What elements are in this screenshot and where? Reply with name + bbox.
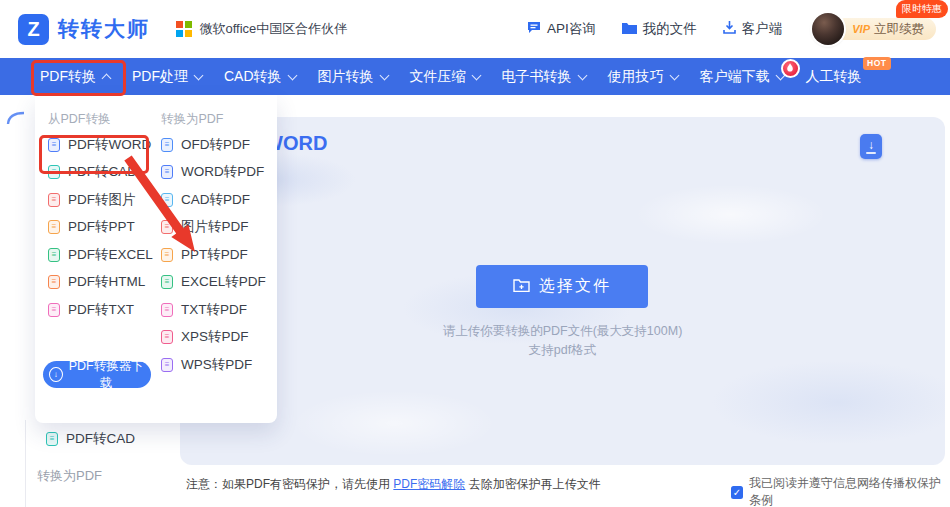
menu-label: XPS转PDF	[181, 328, 249, 346]
download-file-icon[interactable]: ↓	[860, 134, 882, 159]
menu-item-pdf-to-excel[interactable]: PDF转EXCEL	[48, 241, 153, 269]
brand-name[interactable]: 转转大师	[58, 15, 150, 43]
underline-bar	[866, 152, 876, 154]
pdf-password-remove-link[interactable]: PDF密码解除	[393, 477, 465, 491]
menu-item-pdf-to-word[interactable]: PDF转WORD	[48, 131, 153, 159]
api-consult-link[interactable]: API咨询	[527, 20, 596, 38]
partner-text: 微软office中国区合作伙伴	[200, 20, 348, 38]
menu-item-pdf-to-ppt[interactable]: PDF转PPT	[48, 214, 153, 242]
select-file-button[interactable]: 选择文件	[476, 265, 648, 308]
menu-item-pdf-to-cad[interactable]: PDF转CAD	[48, 159, 153, 187]
menu-item-word-to-pdf[interactable]: WORD转PDF	[161, 159, 271, 187]
excel-doc-icon	[48, 248, 60, 262]
user-avatar[interactable]	[812, 13, 844, 45]
cad-doc-icon	[161, 193, 173, 207]
vip-renew-button[interactable]: VIP 立即续费 限时特惠	[834, 18, 936, 40]
nav-client-download[interactable]: 客户端下载	[700, 68, 784, 86]
main-nav: PDF转换 PDF处理 CAD转换 图片转换 文件压缩 电子书转换 使用技巧	[0, 58, 950, 95]
vip-icon: VIP	[852, 23, 870, 35]
sidebar-divider	[25, 420, 26, 507]
sidebar-section-header: 转换为PDF	[37, 467, 102, 485]
menu-item-pdf-to-html[interactable]: PDF转HTML	[48, 269, 153, 297]
chevron-down-icon	[471, 70, 481, 80]
menu-item-wps-to-pdf[interactable]: WPS转PDF	[161, 351, 271, 379]
menu-label: PDF转EXCEL	[68, 246, 153, 264]
image-doc-icon	[48, 193, 60, 207]
client-download-label: 客户端	[742, 20, 783, 38]
cloud-download-icon: ↓	[49, 367, 63, 382]
down-arrow-icon: ↓	[868, 140, 874, 150]
menu-item-ofd-to-pdf[interactable]: OFD转PDF	[161, 131, 271, 159]
chevron-down-icon	[577, 70, 587, 80]
xps-doc-icon	[161, 330, 173, 344]
nav-label: 图片转换	[318, 68, 374, 86]
nav-pdf-process[interactable]: PDF处理	[132, 68, 202, 86]
menu-label: PDF转PPT	[68, 218, 135, 236]
limited-offer-badge: 限时特惠	[896, 0, 948, 18]
chat-icon	[527, 21, 541, 37]
hot-badge: HOT	[863, 57, 890, 70]
nav-label: 人工转换	[806, 68, 862, 86]
word-doc-icon	[161, 165, 173, 179]
my-files-link[interactable]: 我的文件	[622, 20, 697, 38]
download-icon	[723, 21, 736, 37]
menu-item-xps-to-pdf[interactable]: XPS转PDF	[161, 324, 271, 352]
menu-item-cad-to-pdf[interactable]: CAD转PDF	[161, 186, 271, 214]
menu-label: 图片转PDF	[181, 218, 249, 236]
word-doc-icon	[48, 138, 60, 152]
chevron-down-icon	[669, 70, 679, 80]
client-download-link[interactable]: 客户端	[723, 20, 783, 38]
my-files-label: 我的文件	[643, 20, 697, 38]
menu-item-pdf-to-txt[interactable]: PDF转TXT	[48, 296, 153, 324]
folder-icon	[622, 22, 637, 37]
menu-label: WPS转PDF	[181, 356, 252, 374]
nav-pdf-convert[interactable]: PDF转换	[40, 68, 110, 86]
nav-tips[interactable]: 使用技巧	[608, 68, 678, 86]
chevron-down-icon	[287, 70, 297, 80]
chevron-down-icon	[379, 70, 389, 80]
menu-label: EXCEL转PDF	[181, 273, 266, 291]
nav-label: CAD转换	[224, 68, 282, 86]
cad-doc-icon	[48, 165, 60, 179]
menu-item-image-to-pdf[interactable]: 图片转PDF	[161, 214, 271, 242]
agreement-checkbox[interactable]: ✓	[731, 486, 743, 499]
menu-item-txt-to-pdf[interactable]: TXT转PDF	[161, 296, 271, 324]
chevron-up-icon	[102, 73, 112, 83]
menu-label: PDF转WORD	[68, 136, 151, 154]
menu-item-ppt-to-pdf[interactable]: PPT转PDF	[161, 241, 271, 269]
brand-logo-icon[interactable]: Z	[18, 14, 49, 45]
chevron-down-icon	[194, 70, 204, 80]
upload-hint: 请上传你要转换的PDF文件(最大支持100M)	[180, 323, 945, 340]
api-consult-label: API咨询	[547, 20, 596, 38]
menu-label: OFD转PDF	[181, 136, 250, 154]
password-note: 注意：如果PDF有密码保护，请先使用 PDF密码解除 去除加密保护再上传文件	[186, 476, 601, 493]
pdf-converter-download-button[interactable]: ↓ PDF转换器下载	[43, 361, 151, 388]
nav-label: PDF转换	[40, 68, 96, 86]
converter-download-label: PDF转换器下载	[68, 358, 145, 392]
nav-manual-convert[interactable]: 人工转换 HOT	[806, 68, 862, 86]
nav-label: 文件压缩	[410, 68, 466, 86]
nav-label: 客户端下载	[700, 68, 770, 86]
note-prefix: 注意：如果PDF有密码保护，请先使用	[186, 477, 393, 491]
txt-doc-icon	[161, 303, 173, 317]
format-hint: 支持pdf格式	[180, 342, 945, 359]
agreement-row: ✓ 我已阅读并遵守信息网络传播权保护条例	[731, 475, 950, 507]
nav-cad-convert[interactable]: CAD转换	[224, 68, 296, 86]
menu-label: WORD转PDF	[181, 163, 264, 181]
txt-doc-icon	[48, 303, 60, 317]
header-actions: API咨询 我的文件 客户端 VIP 立即续费 限时特惠	[527, 13, 950, 45]
menu-item-excel-to-pdf[interactable]: EXCEL转PDF	[161, 269, 271, 297]
dropdown-col2-header: 转换为PDF	[161, 107, 271, 131]
vip-renew-label: 立即续费	[874, 21, 924, 38]
nav-file-compress[interactable]: 文件压缩	[410, 68, 480, 86]
fire-icon	[781, 59, 800, 78]
nav-ebook-convert[interactable]: 电子书转换	[502, 68, 586, 86]
sidebar-item-pdf-to-cad[interactable]: PDF转CAD	[46, 430, 135, 448]
html-doc-icon	[48, 275, 60, 289]
page: Z 转转大师 微软office中国区合作伙伴 API咨询 我的文件	[0, 0, 950, 507]
menu-label: PDF转CAD	[68, 163, 137, 181]
menu-item-pdf-to-image[interactable]: PDF转图片	[48, 186, 153, 214]
ppt-doc-icon	[161, 248, 173, 262]
nav-image-convert[interactable]: 图片转换	[318, 68, 388, 86]
image-doc-icon	[161, 220, 173, 234]
